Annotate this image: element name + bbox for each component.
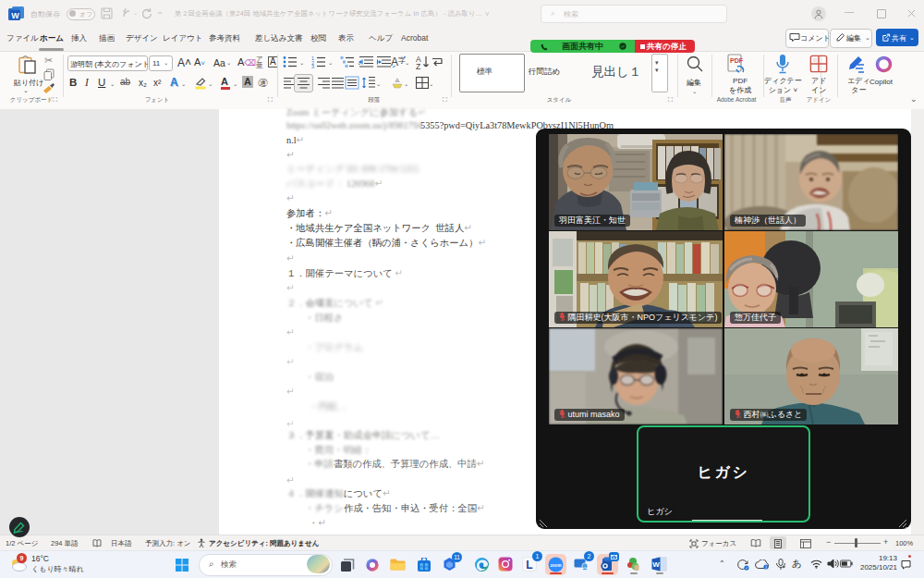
svg-text:W: W [652,560,660,569]
svg-text:zoom: zoom [551,563,562,568]
svg-text:L: L [526,559,532,572]
svg-text:i: i [765,564,766,570]
svg-text:W: W [11,11,19,20]
svg-text:Z: Z [416,62,420,69]
svg-text:3: 3 [311,64,314,68]
svg-text:PDF: PDF [730,57,744,64]
